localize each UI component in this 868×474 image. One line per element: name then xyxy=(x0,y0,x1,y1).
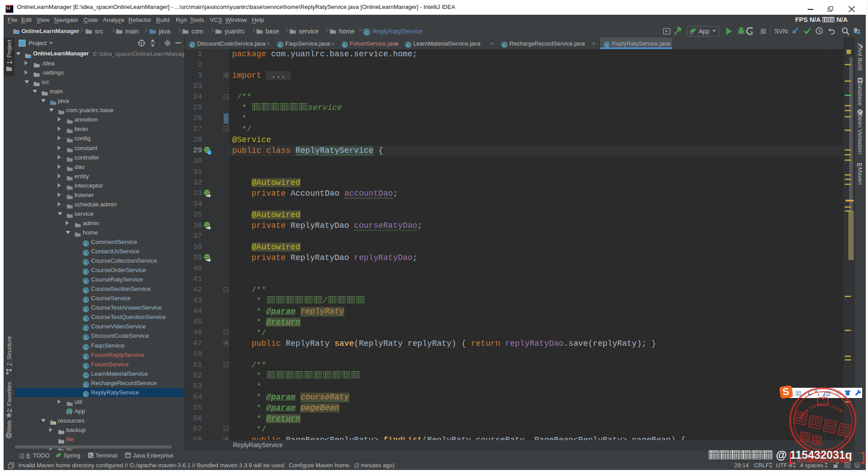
svg-text:C: C xyxy=(84,298,87,302)
svg-text:C: C xyxy=(84,383,87,387)
svg-text:C: C xyxy=(84,251,87,256)
svg-text:C: C xyxy=(365,29,368,34)
svg-text:C: C xyxy=(407,42,410,47)
svg-text:C: C xyxy=(84,242,87,246)
svg-text:C: C xyxy=(605,42,608,47)
svg-text:C: C xyxy=(84,289,87,293)
svg-text:C: C xyxy=(84,270,87,274)
svg-text:C: C xyxy=(84,364,87,369)
svg-text:C: C xyxy=(503,42,506,47)
svg-text:C: C xyxy=(84,336,87,340)
svg-text:C: C xyxy=(279,42,282,47)
svg-text:C: C xyxy=(84,355,87,359)
svg-text:C: C xyxy=(84,307,87,312)
svg-text:C: C xyxy=(343,42,346,47)
svg-text:C: C xyxy=(84,392,87,397)
svg-text:C: C xyxy=(84,260,87,265)
svg-text:C: C xyxy=(84,326,87,331)
svg-text:C: C xyxy=(84,373,87,378)
svg-text:C: C xyxy=(84,345,87,350)
svg-text:C: C xyxy=(191,42,194,47)
svg-text:C: C xyxy=(84,317,87,321)
svg-text:C: C xyxy=(84,279,87,284)
